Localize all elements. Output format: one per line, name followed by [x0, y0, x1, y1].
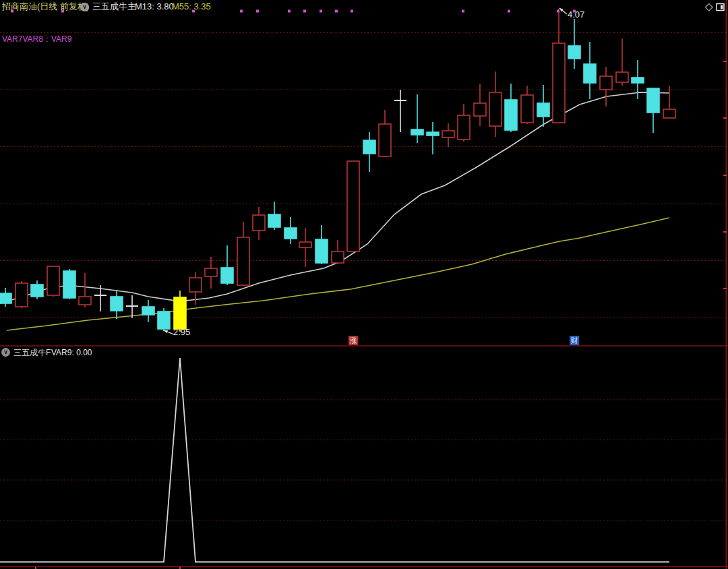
sub-indicator-value: VAR9: 0.00 [51, 348, 92, 357]
candle-body [379, 124, 391, 156]
candle-body [16, 283, 28, 307]
signal-dot [351, 10, 353, 13]
candle-body [0, 293, 11, 303]
stock-title: 招商南油(日线 前复权) [2, 2, 89, 11]
candle-body [647, 88, 659, 113]
chevron-down-circle-icon[interactable]: ∨ [80, 3, 89, 11]
candle-body [521, 95, 533, 123]
sub-indicator-name[interactable]: 三五成牛F [13, 348, 51, 357]
split-panel-icon[interactable] [715, 2, 725, 15]
diamond-icon[interactable] [704, 2, 714, 15]
signal-dot [320, 10, 322, 13]
signal-dot [557, 10, 559, 13]
candle-body [111, 297, 123, 311]
candle-body [79, 297, 91, 305]
candle-body [158, 311, 170, 329]
candle-body [31, 284, 43, 297]
candle-body [237, 237, 249, 285]
candle-body [505, 100, 517, 130]
ma55-line [7, 218, 669, 330]
candle-body [616, 72, 628, 82]
candle-body [315, 239, 328, 263]
candle-body [411, 129, 423, 135]
stock-chart-window: 招商南油(日线 前复权) ∨ 三五成牛主 M13: 3.80 M55: 3.35… [0, 0, 728, 569]
candle-body [442, 131, 454, 138]
signal-dot [335, 10, 338, 13]
candle-body [174, 297, 186, 329]
candle-body [142, 307, 154, 315]
candle-body [221, 268, 233, 283]
candle-body [537, 103, 549, 117]
candle-body [553, 43, 565, 123]
candle-body [568, 46, 580, 59]
candle-body [663, 109, 675, 118]
candle-body [632, 78, 644, 83]
candle-body [584, 64, 596, 83]
candle-body [332, 251, 344, 263]
candle-body [284, 228, 297, 239]
signal-dot [256, 10, 259, 13]
var-formula-label: VAR7VAR8：VAR9 [2, 34, 71, 44]
candle-body [363, 140, 375, 154]
candle-body [205, 268, 217, 276]
candle-body [427, 132, 439, 136]
signal-dot [288, 10, 291, 13]
high-price-annotation: 4.07 [568, 9, 584, 20]
candle-body [600, 76, 612, 90]
signal-dot [508, 10, 510, 13]
candle-body [63, 271, 75, 298]
candle-body [299, 242, 311, 247]
annotation-arrowhead [164, 330, 168, 333]
signal-dot [303, 10, 306, 13]
indicator-spike-line [0, 358, 669, 562]
candle-body [347, 161, 359, 251]
candle-body [253, 215, 265, 231]
candle-body [458, 115, 470, 140]
chevron-down-circle-icon[interactable]: ∨ [1, 348, 10, 357]
low-price-annotation: 2.95 [173, 327, 190, 337]
ma13-line [0, 92, 669, 303]
rise-badge: 涨 [348, 336, 358, 345]
signal-dot [462, 10, 464, 13]
candle-body [489, 92, 502, 126]
candle-body [47, 266, 59, 295]
signal-dot [240, 10, 243, 13]
candle-body [189, 278, 202, 292]
main-indicator-name[interactable]: 三五成牛主 [92, 2, 136, 11]
ma13-value-label: M13: 3.80 [135, 2, 174, 11]
chart-canvas[interactable] [0, 0, 728, 569]
candle-body [268, 214, 280, 227]
wealth-badge: 财 [570, 336, 579, 345]
candle-body [474, 103, 486, 116]
ma55-value-label: M55: 3.35 [172, 2, 211, 11]
